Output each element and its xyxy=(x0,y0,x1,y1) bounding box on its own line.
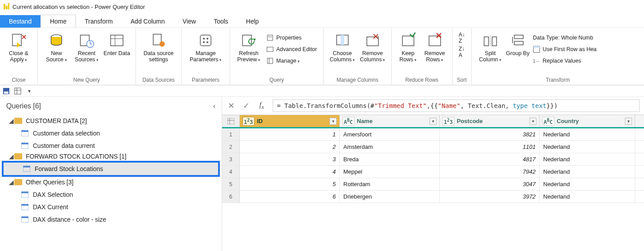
properties-label: Properties xyxy=(276,35,302,41)
table-row[interactable]: 44Meppel7942Nederland xyxy=(222,166,644,178)
column-header-name[interactable]: ABC Name ▾ xyxy=(340,115,440,127)
sort-desc-button[interactable]: Z↓A xyxy=(456,47,467,57)
remove-columns-button[interactable]: Remove Columns xyxy=(358,31,388,72)
svg-point-19 xyxy=(207,38,208,40)
confirm-formula-button[interactable]: ✓ xyxy=(242,101,250,111)
cell-country[interactable]: Nederland xyxy=(540,153,635,165)
refresh-preview-button[interactable]: Refresh Preview xyxy=(234,31,264,72)
row-number[interactable]: 3 xyxy=(222,153,240,165)
cell-id[interactable]: 3 xyxy=(240,153,340,165)
row-number[interactable]: 2 xyxy=(222,141,240,153)
grid-corner-button[interactable] xyxy=(222,115,240,127)
data-source-settings-button[interactable]: Data source settings xyxy=(139,31,178,72)
table-row[interactable]: 66Driebergen3972Nederland xyxy=(222,191,644,203)
table-row[interactable]: 22Amsterdam1101Nederland xyxy=(222,141,644,153)
split-column-button[interactable]: Split Column xyxy=(475,31,505,72)
cancel-formula-button[interactable]: ✕ xyxy=(227,101,235,111)
cell-postcode[interactable]: 7942 xyxy=(440,166,540,178)
folder-other-queries[interactable]: ◢ Other Queries [3] xyxy=(0,176,222,188)
manage-parameters-button[interactable]: Manage Parameters xyxy=(185,31,226,72)
tab-view[interactable]: View xyxy=(174,15,205,28)
data-type-button[interactable]: Data Type: Whole Numb xyxy=(530,32,600,43)
cell-id[interactable]: 5 xyxy=(240,178,340,190)
tab-home[interactable]: Home xyxy=(40,15,76,28)
query-dax-selection[interactable]: DAX Selection xyxy=(0,188,222,201)
column-filter-button[interactable]: ▾ xyxy=(429,118,437,125)
query-dax-current[interactable]: DAX Current xyxy=(0,201,222,213)
tab-help[interactable]: Help xyxy=(237,15,268,28)
svg-rect-58 xyxy=(21,191,28,193)
column-header-postcode[interactable]: 123 Postcode ▾ xyxy=(440,115,540,127)
cell-name[interactable]: Breda xyxy=(340,153,440,165)
folder-forward-stock[interactable]: ◢ FORWARD STOCK LOCATIONS [1] xyxy=(0,152,222,161)
cell-name[interactable]: Amsterdam xyxy=(340,141,440,153)
table-row[interactable]: 11Amersfoort3821Nederland xyxy=(222,128,644,141)
tab-add-column[interactable]: Add Column xyxy=(122,15,174,28)
cell-name[interactable]: Driebergen xyxy=(340,191,440,203)
folder-customer-data[interactable]: ◢ CUSTOMER DATA [2] xyxy=(0,115,222,127)
table-row[interactable]: 55Rotterdam3047Nederland xyxy=(222,178,644,191)
replace-values-button[interactable]: 1→2 Replace Values xyxy=(530,56,600,66)
column-filter-button[interactable]: ▾ xyxy=(330,118,337,125)
cell-id[interactable]: 2 xyxy=(240,141,340,153)
svg-rect-17 xyxy=(200,35,211,46)
queries-panel: Queries [6] ‹ ◢ CUSTOMER DATA [2] Custom… xyxy=(0,97,222,251)
ribbon-group-data-sources: Data source settings Data Sources xyxy=(136,28,182,85)
save-icon[interactable] xyxy=(3,88,10,95)
cell-country[interactable]: Nederland xyxy=(540,141,635,153)
cell-name[interactable]: Meppel xyxy=(340,166,440,178)
column-filter-button[interactable]: ▾ xyxy=(625,118,632,125)
cell-postcode[interactable]: 1101 xyxy=(440,141,540,153)
row-number[interactable]: 5 xyxy=(222,178,240,190)
cell-country[interactable]: Nederland xyxy=(540,128,635,140)
first-row-headers-button[interactable]: Use First Row as Hea xyxy=(530,44,600,55)
tab-transform[interactable]: Transform xyxy=(76,15,122,28)
manage-button[interactable]: Manage xyxy=(264,56,320,66)
query-customer-data-current[interactable]: Customer data current xyxy=(0,139,222,152)
cell-country[interactable]: Nederland xyxy=(540,166,635,178)
group-caption-managecols: Manage Columns xyxy=(324,76,391,85)
advanced-editor-button[interactable]: Advanced Editor xyxy=(264,44,320,55)
close-apply-button[interactable]: Close & Apply xyxy=(4,31,34,72)
sort-asc-button[interactable]: A↓Z xyxy=(456,32,468,43)
row-number[interactable]: 1 xyxy=(222,128,240,140)
first-row-headers-icon xyxy=(533,46,540,53)
cell-name[interactable]: Amersfoort xyxy=(340,128,440,140)
query-forward-stock-locations[interactable]: Forward Stock Locations xyxy=(4,163,218,175)
group-by-button[interactable]: Group By xyxy=(505,31,530,72)
cell-country[interactable]: Nederland xyxy=(540,191,635,203)
recent-sources-button[interactable]: Recent Sources xyxy=(72,31,102,72)
cell-country[interactable]: Nederland xyxy=(540,178,635,190)
table-view-icon[interactable] xyxy=(14,88,21,95)
ribbon: Close & Apply Close New Source Recent So… xyxy=(0,28,644,85)
column-filter-button[interactable]: ▾ xyxy=(529,118,537,125)
cell-postcode[interactable]: 3972 xyxy=(440,191,540,203)
cell-postcode[interactable]: 4817 xyxy=(440,153,540,165)
keep-rows-button[interactable]: Keep Rows xyxy=(395,31,421,72)
new-source-button[interactable]: New Source xyxy=(41,31,72,72)
cell-postcode[interactable]: 3047 xyxy=(440,178,540,190)
choose-columns-button[interactable]: Choose Columns xyxy=(327,31,358,72)
query-customer-data-selection[interactable]: Customer data selection xyxy=(0,127,222,139)
collapse-panel-button[interactable]: ‹ xyxy=(213,102,215,110)
svg-rect-30 xyxy=(341,35,344,45)
row-number[interactable]: 4 xyxy=(222,166,240,178)
tab-file[interactable]: Bestand xyxy=(0,15,40,28)
cell-id[interactable]: 4 xyxy=(240,166,340,178)
row-number[interactable]: 6 xyxy=(222,191,240,203)
properties-button[interactable]: Properties xyxy=(264,32,320,43)
column-header-country[interactable]: ABC Country ▾ xyxy=(540,115,635,127)
number-type-icon: 123 xyxy=(242,117,254,126)
cell-id[interactable]: 1 xyxy=(240,128,340,140)
table-row[interactable]: 33Breda4817Nederland xyxy=(222,153,644,166)
cell-name[interactable]: Rotterdam xyxy=(340,178,440,190)
formula-input[interactable]: = Table.TransformColumns(#"Trimmed Text"… xyxy=(273,100,640,112)
enter-data-button[interactable]: Enter Data xyxy=(102,31,132,72)
remove-rows-button[interactable]: Remove Rows xyxy=(421,31,449,72)
column-header-id[interactable]: 123 ID ▾ xyxy=(240,115,340,127)
cell-postcode[interactable]: 3821 xyxy=(440,128,540,140)
cell-id[interactable]: 6 xyxy=(240,191,340,203)
qat-overflow-icon[interactable]: ▾ xyxy=(26,88,33,95)
query-dax-distance[interactable]: DAX distance - color - size xyxy=(0,213,222,226)
tab-tools[interactable]: Tools xyxy=(205,15,237,28)
